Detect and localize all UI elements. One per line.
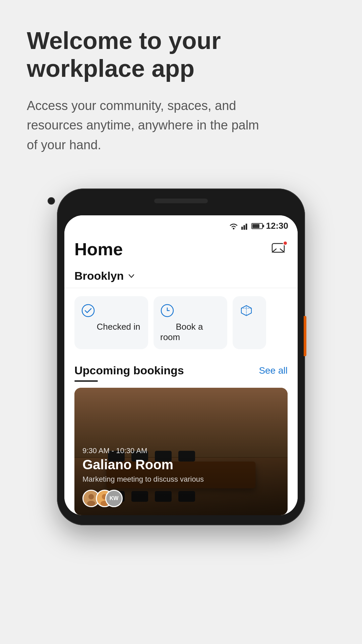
booking-description: Marketing meeting to discuss various [82,475,280,484]
svg-rect-1 [241,227,243,230]
svg-point-0 [233,228,234,229]
status-icons [229,222,263,230]
attendee-row: KW [82,490,280,507]
bookings-title: Upcoming bookings [74,364,184,377]
third-action-card[interactable] [233,296,266,349]
booking-room-name: Galiano Room [82,457,280,472]
phone-mockup: 12:30 Home Brooklyn [57,189,305,525]
svg-rect-3 [245,223,247,229]
hero-subtitle: Access your community, spaces, and resou… [27,96,261,155]
box-icon [239,304,253,318]
app-header: Home [64,234,298,266]
quick-actions-row: Checked in Book a room [64,288,298,357]
avatar-kw: KW [105,490,123,507]
book-room-label: Book a room [160,322,203,342]
notification-button[interactable] [271,241,288,258]
checked-in-label: Checked in [97,322,140,332]
battery-fill [252,224,259,228]
booking-content: 9:30 AM - 10:30 AM Galiano Room Marketin… [74,440,288,515]
svg-rect-2 [243,225,245,230]
hero-title: Welcome to your workplace app [27,27,335,83]
booking-time: 9:30 AM - 10:30 AM [82,446,280,455]
svg-point-9 [87,501,95,506]
app-title: Home [74,239,123,259]
phone-shell: 12:30 Home Brooklyn [57,189,305,525]
scroll-indicator [304,316,306,356]
notification-badge [283,241,288,246]
status-time: 12:30 [266,221,289,231]
chevron-down-icon [127,272,136,280]
booking-card[interactable]: 9:30 AM - 10:30 AM Galiano Room Marketin… [74,388,288,515]
checked-in-card[interactable]: Checked in [74,296,148,349]
status-bar: 12:30 [64,215,298,234]
book-room-card[interactable]: Book a room [154,296,227,349]
location-selector[interactable]: Brooklyn [64,266,298,282]
location-name: Brooklyn [74,269,124,282]
svg-point-8 [88,494,94,499]
clock-icon [160,304,174,318]
phone-screen: 12:30 Home Brooklyn [64,215,298,515]
battery-icon [251,223,263,229]
phone-camera [48,197,55,205]
wifi-icon [229,222,239,230]
phone-speaker [154,199,208,203]
see-all-button[interactable]: See all [259,365,288,376]
hero-section: Welcome to your workplace app Access you… [0,27,362,175]
bookings-section: Upcoming bookings See all [64,357,298,515]
svg-point-5 [82,305,94,317]
bookings-underline [74,380,98,382]
bookings-header: Upcoming bookings See all [74,357,288,377]
check-circle-icon [81,304,95,318]
signal-icon [241,222,249,230]
